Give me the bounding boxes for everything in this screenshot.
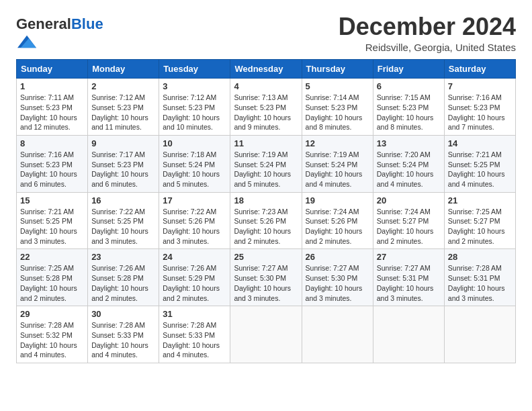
week-row-2: 8Sunrise: 7:16 AMSunset: 5:23 PMDaylight…	[17, 135, 516, 192]
cell-line: and 3 minutes.	[306, 293, 369, 304]
cell-line: and 7 minutes.	[448, 122, 512, 132]
cell-line: Daylight: 10 hours	[234, 226, 298, 236]
cell-line: Daylight: 10 hours	[91, 169, 155, 179]
cell-line: Daylight: 10 hours	[377, 283, 441, 293]
cell-line: Daylight: 10 hours	[306, 283, 369, 293]
day-number: 19	[306, 195, 369, 205]
calendar-cell	[373, 306, 444, 363]
day-number: 11	[234, 138, 298, 148]
cell-line: Sunset: 5:24 PM	[306, 160, 369, 170]
cell-line: Sunset: 5:28 PM	[20, 273, 84, 283]
cell-line: and 2 minutes.	[234, 236, 298, 246]
day-number: 28	[448, 252, 512, 262]
cell-line: Daylight: 10 hours	[163, 169, 226, 179]
cell-line: Sunset: 5:29 PM	[163, 273, 226, 283]
week-row-4: 22Sunrise: 7:25 AMSunset: 5:28 PMDayligh…	[17, 249, 516, 306]
cell-line: Sunrise: 7:17 AM	[91, 150, 155, 160]
cell-line: Daylight: 10 hours	[20, 169, 84, 179]
cell-line: Daylight: 10 hours	[20, 113, 84, 123]
calendar-cell: 1Sunrise: 7:11 AMSunset: 5:23 PMDaylight…	[17, 79, 88, 136]
day-number: 31	[163, 309, 226, 319]
cell-line: and 3 minutes.	[163, 236, 226, 246]
cell-line: Sunset: 5:24 PM	[377, 160, 441, 170]
day-number: 22	[20, 252, 84, 262]
cell-line: and 10 minutes.	[163, 122, 226, 132]
weekday-friday: Friday	[373, 60, 444, 79]
cell-line: Sunset: 5:23 PM	[306, 103, 369, 113]
cell-line: Sunset: 5:32 PM	[20, 330, 84, 340]
cell-line: Daylight: 10 hours	[91, 283, 155, 293]
cell-line: and 4 minutes.	[377, 179, 441, 189]
cell-line: Sunset: 5:23 PM	[234, 103, 298, 113]
cell-line: Sunrise: 7:16 AM	[20, 150, 84, 160]
cell-line: Daylight: 10 hours	[163, 283, 226, 293]
calendar-cell: 22Sunrise: 7:25 AMSunset: 5:28 PMDayligh…	[17, 249, 88, 306]
cell-line: and 8 minutes.	[306, 122, 369, 132]
calendar-cell: 10Sunrise: 7:18 AMSunset: 5:24 PMDayligh…	[159, 135, 230, 192]
calendar-cell: 26Sunrise: 7:27 AMSunset: 5:30 PMDayligh…	[302, 249, 373, 306]
cell-line: Daylight: 10 hours	[163, 113, 226, 123]
calendar-cell: 16Sunrise: 7:22 AMSunset: 5:25 PMDayligh…	[88, 192, 159, 249]
cell-line: and 11 minutes.	[91, 122, 155, 132]
calendar-cell: 8Sunrise: 7:16 AMSunset: 5:23 PMDaylight…	[17, 135, 88, 192]
cell-line: Daylight: 10 hours	[448, 226, 512, 236]
cell-line: Sunset: 5:31 PM	[448, 273, 512, 283]
cell-line: Daylight: 10 hours	[306, 169, 369, 179]
cell-line: Sunset: 5:33 PM	[91, 330, 155, 340]
calendar-cell: 11Sunrise: 7:19 AMSunset: 5:24 PMDayligh…	[230, 135, 302, 192]
cell-line: Sunset: 5:33 PM	[163, 330, 226, 340]
cell-line: and 3 minutes.	[91, 236, 155, 246]
cell-line: Sunrise: 7:22 AM	[163, 207, 226, 217]
logo-general-text: General	[16, 15, 71, 32]
day-number: 14	[448, 138, 512, 148]
cell-line: Sunrise: 7:24 AM	[377, 207, 441, 217]
cell-line: and 2 minutes.	[448, 236, 512, 246]
cell-line: Sunset: 5:25 PM	[448, 160, 512, 170]
cell-line: Sunrise: 7:25 AM	[20, 263, 84, 273]
cell-line: Sunrise: 7:28 AM	[20, 320, 84, 330]
day-number: 12	[306, 138, 369, 148]
day-number: 23	[91, 252, 155, 262]
cell-line: Daylight: 10 hours	[448, 169, 512, 179]
cell-line: Sunset: 5:24 PM	[234, 160, 298, 170]
cell-line: and 6 minutes.	[20, 179, 84, 189]
weekday-saturday: Saturday	[444, 60, 515, 79]
calendar-cell: 23Sunrise: 7:26 AMSunset: 5:28 PMDayligh…	[88, 249, 159, 306]
day-number: 4	[234, 81, 298, 91]
calendar-cell: 3Sunrise: 7:12 AMSunset: 5:23 PMDaylight…	[159, 79, 230, 136]
cell-line: Daylight: 10 hours	[234, 283, 298, 293]
cell-line: Sunrise: 7:26 AM	[91, 263, 155, 273]
day-number: 16	[91, 195, 155, 205]
weekday-header-row: SundayMondayTuesdayWednesdayThursdayFrid…	[17, 60, 516, 79]
cell-line: Sunrise: 7:28 AM	[91, 320, 155, 330]
cell-line: and 3 minutes.	[377, 293, 441, 304]
day-number: 13	[377, 138, 441, 148]
title-area: December 2024 Reidsville, Georgia, Unite…	[339, 13, 516, 53]
cell-line: Sunset: 5:23 PM	[20, 103, 84, 113]
day-number: 20	[377, 195, 441, 205]
cell-line: Daylight: 10 hours	[20, 340, 84, 351]
cell-line: Sunrise: 7:14 AM	[306, 93, 369, 103]
cell-line: Sunrise: 7:19 AM	[234, 150, 298, 160]
cell-line: and 4 minutes.	[306, 179, 369, 189]
weekday-sunday: Sunday	[17, 60, 88, 79]
cell-line: Sunset: 5:26 PM	[234, 216, 298, 226]
cell-line: Sunset: 5:23 PM	[20, 160, 84, 170]
calendar-cell: 19Sunrise: 7:24 AMSunset: 5:26 PMDayligh…	[302, 192, 373, 249]
cell-line: Daylight: 10 hours	[20, 226, 84, 236]
day-number: 1	[20, 81, 84, 91]
calendar-cell: 6Sunrise: 7:15 AMSunset: 5:23 PMDaylight…	[373, 79, 444, 136]
day-number: 2	[91, 81, 155, 91]
cell-line: Sunrise: 7:18 AM	[163, 150, 226, 160]
day-number: 29	[20, 309, 84, 319]
cell-line: Sunrise: 7:28 AM	[163, 320, 226, 330]
cell-line: Sunrise: 7:13 AM	[234, 93, 298, 103]
calendar-cell: 31Sunrise: 7:28 AMSunset: 5:33 PMDayligh…	[159, 306, 230, 363]
calendar-cell: 7Sunrise: 7:16 AMSunset: 5:23 PMDaylight…	[444, 79, 515, 136]
week-row-1: 1Sunrise: 7:11 AMSunset: 5:23 PMDaylight…	[17, 79, 516, 136]
cell-line: Daylight: 10 hours	[377, 169, 441, 179]
cell-line: Sunset: 5:23 PM	[377, 103, 441, 113]
cell-line: Sunrise: 7:19 AM	[306, 150, 369, 160]
logo-blue-text: Blue	[71, 15, 103, 32]
cell-line: Daylight: 10 hours	[448, 113, 512, 123]
